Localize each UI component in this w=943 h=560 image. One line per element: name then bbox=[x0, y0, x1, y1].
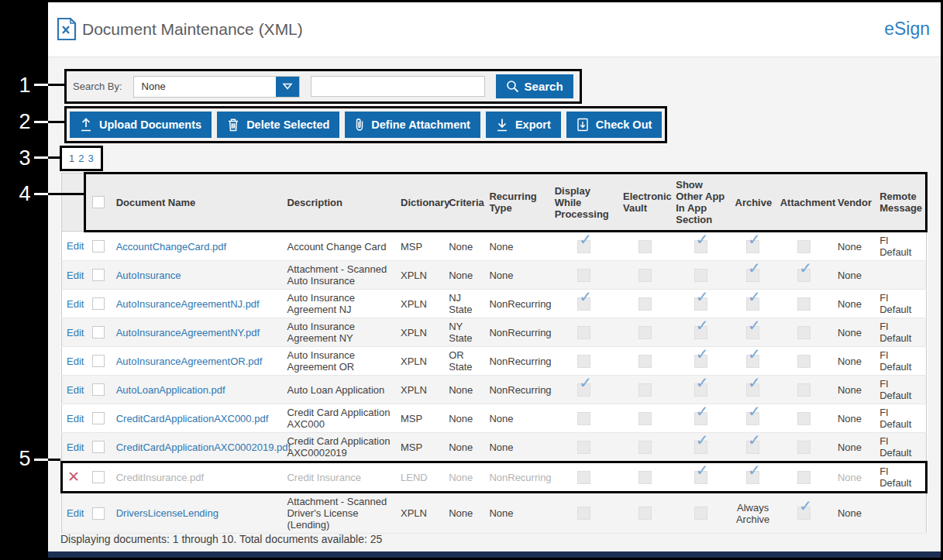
cell-remote-message bbox=[875, 493, 926, 534]
cell-description: Attachment - Scanned Auto Insurance bbox=[282, 261, 396, 290]
search-by-dropdown[interactable]: None bbox=[133, 76, 300, 98]
check-mark-icon: ✓ bbox=[696, 465, 709, 476]
edit-link[interactable]: Edit bbox=[67, 327, 84, 338]
cell-recurring-type: None bbox=[484, 493, 549, 534]
check-mark-icon: ✓ bbox=[696, 349, 709, 360]
cell-attachment bbox=[776, 318, 833, 347]
edit-link[interactable]: Edit bbox=[67, 441, 84, 453]
row-select-checkbox[interactable] bbox=[92, 471, 105, 483]
row-select-checkbox[interactable] bbox=[92, 269, 105, 281]
edit-link[interactable]: Edit bbox=[67, 384, 84, 396]
row-select-checkbox[interactable] bbox=[92, 240, 105, 253]
cell-archive: ✓ bbox=[731, 318, 776, 347]
display-while-processing-checkbox bbox=[577, 507, 590, 520]
cell-document-name: AutoLoanApplication.pdf bbox=[112, 376, 283, 404]
document-name-link[interactable]: AutoInsurance bbox=[116, 270, 181, 281]
table-row: EditAutoInsuranceAgreementNJ.pdfAuto Ins… bbox=[62, 290, 927, 318]
edit-link[interactable]: Edit bbox=[67, 298, 84, 310]
row-select-checkbox[interactable] bbox=[92, 383, 105, 396]
page-number-1[interactable]: 1 bbox=[69, 153, 74, 164]
page-number-2[interactable]: 2 bbox=[78, 153, 84, 164]
check-mark-icon: ✓ bbox=[579, 291, 592, 303]
cell-remote-message: FI Default bbox=[875, 404, 926, 433]
document-name-link[interactable]: AutoInsuranceAgreementNY.pdf bbox=[116, 327, 260, 338]
toolbar: Upload Documents Delete Selected Define … bbox=[64, 106, 667, 143]
cell-show-other-app-in-app-section: ✓ bbox=[671, 404, 730, 433]
export-button[interactable]: Export bbox=[486, 112, 561, 138]
cell-archive: Always Archive bbox=[731, 493, 776, 534]
cell-attachment bbox=[776, 433, 833, 462]
esign-link[interactable]: eSign bbox=[884, 19, 930, 40]
cell-criteria: None bbox=[444, 433, 484, 462]
row-select-checkbox[interactable] bbox=[92, 507, 105, 520]
cell-show-other-app-in-app-section: ✓ bbox=[671, 433, 730, 462]
cell-select bbox=[85, 433, 112, 462]
check-mark-icon: ✓ bbox=[748, 435, 761, 446]
cell-archive: ✓ bbox=[731, 347, 776, 376]
export-icon bbox=[496, 118, 508, 132]
document-name-link[interactable]: DriversLicenseLending bbox=[116, 507, 219, 519]
cell-recurring-type: None bbox=[484, 232, 549, 261]
cell-criteria: None bbox=[444, 376, 484, 404]
define-attachment-button[interactable]: Define Attachment bbox=[345, 112, 480, 138]
cell-vendor: None bbox=[833, 290, 875, 318]
cell-remote-message: FI Default bbox=[875, 433, 926, 462]
cell-criteria: None bbox=[444, 493, 484, 534]
cell-show-other-app-in-app-section: ✓ bbox=[671, 347, 730, 376]
electronic-vault-checkbox bbox=[638, 383, 652, 397]
row-select-checkbox[interactable] bbox=[92, 441, 105, 453]
check-out-button[interactable]: Check Out bbox=[566, 112, 663, 138]
cell-archive: ✓ bbox=[731, 376, 776, 404]
document-name-link[interactable]: CreditCardApplicationAXC000.pdf bbox=[116, 413, 269, 424]
display-while-processing-checkbox bbox=[577, 412, 590, 425]
document-name-link[interactable]: AccountChangeCard.pdf bbox=[116, 241, 226, 253]
cell-recurring-type: NonRecurring bbox=[484, 462, 549, 493]
document-name-link[interactable]: AutoInsuranceAgreementOR.pdf bbox=[116, 356, 263, 367]
search-button-label: Search bbox=[525, 80, 563, 93]
upload-documents-button[interactable]: Upload Documents bbox=[70, 112, 212, 138]
show-other-app-in-app-section-checkbox bbox=[694, 269, 707, 282]
cell-select bbox=[85, 347, 112, 376]
delete-selected-button[interactable]: Delete Selected bbox=[217, 112, 339, 138]
select-all-checkbox[interactable] bbox=[92, 196, 105, 208]
check-mark-icon: ✓ bbox=[696, 406, 709, 417]
edit-link[interactable]: Edit bbox=[67, 240, 84, 252]
edit-link[interactable]: Edit bbox=[67, 507, 84, 519]
row-select-checkbox[interactable] bbox=[92, 297, 105, 310]
row-select-checkbox[interactable] bbox=[92, 412, 105, 424]
row-select-checkbox[interactable] bbox=[92, 355, 105, 367]
col-select bbox=[85, 173, 112, 232]
cell-remote-message: FI Default bbox=[875, 376, 926, 404]
app-header: Document Maintenance (XML) eSign bbox=[48, 2, 941, 57]
cell-attachment: ✓ bbox=[776, 493, 833, 534]
table-row: EditAutoLoanApplication.pdfAuto Loan App… bbox=[62, 376, 927, 404]
check-mark-icon: ✓ bbox=[696, 291, 709, 303]
electronic-vault-checkbox bbox=[638, 326, 652, 339]
document-name-link[interactable]: CreditCardApplicationAXC0002019.pdf bbox=[116, 441, 291, 453]
cell-select bbox=[85, 493, 112, 534]
page-number-3[interactable]: 3 bbox=[88, 153, 93, 164]
check-mark-icon: ✓ bbox=[799, 500, 812, 512]
cell-dictionary: XPLN bbox=[396, 318, 444, 347]
cell-dictionary: MSP bbox=[396, 433, 444, 462]
main-content: Document Maintenance (XML) eSign Search … bbox=[48, 2, 941, 551]
document-name-link[interactable]: AutoInsuranceAgreementNJ.pdf bbox=[116, 298, 260, 310]
edit-link[interactable]: Edit bbox=[67, 270, 84, 281]
cell-attachment bbox=[776, 347, 833, 376]
search-button[interactable]: Search bbox=[496, 74, 573, 98]
cell-attachment bbox=[776, 404, 833, 433]
callout-line-2b bbox=[48, 121, 64, 123]
upload-icon bbox=[80, 118, 92, 132]
chevron-down-icon[interactable] bbox=[276, 77, 299, 97]
edit-link[interactable]: Edit bbox=[67, 356, 84, 367]
cell-vendor: None bbox=[833, 462, 875, 493]
search-input[interactable] bbox=[311, 76, 485, 97]
row-select-checkbox[interactable] bbox=[92, 326, 105, 338]
cell-electronic-vault bbox=[618, 404, 671, 433]
edit-link[interactable]: Edit bbox=[67, 413, 84, 424]
check-mark-icon: ✓ bbox=[799, 263, 812, 274]
cell-recurring-type: None bbox=[484, 433, 549, 462]
cell-document-name: AutoInsurance bbox=[112, 261, 283, 290]
check-mark-icon: ✓ bbox=[579, 234, 592, 246]
document-name-link[interactable]: AutoLoanApplication.pdf bbox=[116, 384, 225, 396]
